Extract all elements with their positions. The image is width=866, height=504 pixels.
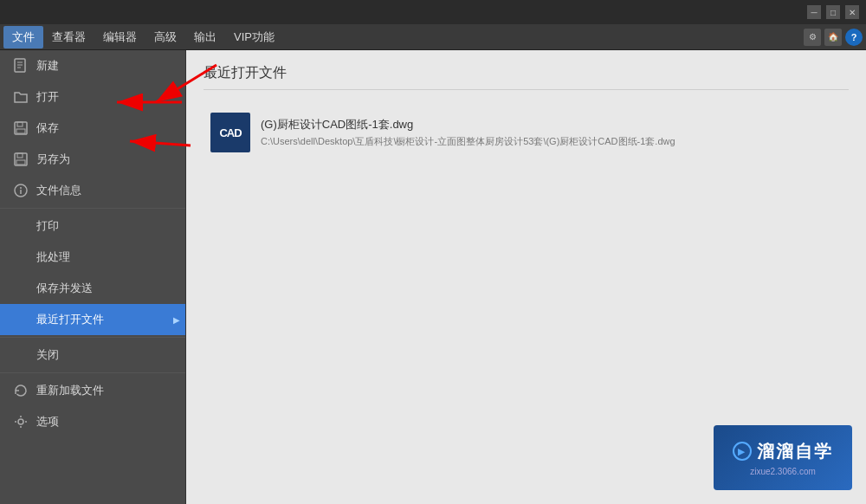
sidebar-item-fileinfo[interactable]: 文件信息 (0, 175, 185, 206)
sidebar-item-options[interactable]: 选项 (0, 406, 185, 437)
sidebar-item-save[interactable]: 保存 (0, 113, 185, 144)
svg-rect-6 (16, 129, 25, 133)
toolbar-icon-1[interactable]: ⚙ (804, 29, 821, 46)
close-doc-icon (12, 346, 29, 364)
divider-3 (0, 372, 185, 373)
file-name: (G)厨柜设计CAD图纸-1套.dwg (261, 117, 675, 132)
menu-item-output[interactable]: 输出 (185, 26, 225, 48)
divider-2 (0, 337, 185, 338)
file-info: (G)厨柜设计CAD图纸-1套.dwg C:\Users\dell\Deskto… (261, 117, 675, 148)
toolbar-icon-2[interactable]: 🏠 (824, 29, 842, 46)
menu-item-vip[interactable]: VIP功能 (225, 26, 283, 48)
sidebar-item-close[interactable]: 关闭 (0, 339, 185, 371)
close-button[interactable]: ✕ (845, 5, 859, 19)
menu-item-advanced[interactable]: 高级 (145, 26, 185, 48)
sidebar-item-print[interactable]: 打印 (0, 210, 185, 242)
title-bar: ─ □ ✕ (0, 0, 866, 24)
sidebar-batch-label: 批处理 (36, 249, 70, 265)
sidebar-saveas-label: 另存为 (36, 152, 70, 167)
sidebar-save-label: 保存 (36, 120, 59, 136)
options-icon (12, 413, 29, 430)
svg-point-12 (20, 187, 22, 189)
menu-item-file[interactable]: 文件 (3, 26, 43, 48)
sidebar-close-label: 关闭 (36, 347, 59, 363)
minimize-button[interactable]: ─ (807, 5, 821, 19)
sidebar-item-saveas[interactable]: 另存为 (0, 144, 185, 175)
print-icon (12, 217, 29, 235)
svg-rect-9 (16, 160, 25, 165)
file-path: C:\Users\dell\Desktop\互盾科技\橱柜设计-立面图整体厨房设… (261, 135, 675, 148)
sidebar-item-reload[interactable]: 重新加载文件 (0, 375, 185, 406)
divider-1 (0, 208, 185, 209)
saveas-icon (12, 151, 29, 168)
sidebar-item-open[interactable]: 打开 (0, 81, 185, 113)
sidebar-item-batch[interactable]: 批处理 (0, 242, 185, 273)
sidebar-item-saveand[interactable]: 保存并发送 (0, 273, 185, 304)
menu-item-viewer[interactable]: 查看器 (43, 26, 94, 48)
sidebar-saveand-label: 保存并发送 (36, 281, 93, 296)
sidebar-item-new[interactable]: 新建 (0, 50, 185, 81)
watermark-url: zixue2.3066.com (750, 467, 816, 476)
menu-bar: 文件 查看器 编辑器 高级 输出 VIP功能 ⚙ 🏠 ? (0, 24, 866, 50)
help-icon[interactable]: ? (845, 29, 863, 46)
sidebar-item-recent[interactable]: 最近打开文件 (0, 304, 185, 335)
batch-icon (12, 249, 29, 266)
sidebar-print-label: 打印 (36, 218, 59, 234)
watermark-title: ▶ 溜溜自学 (733, 440, 833, 463)
svg-point-13 (18, 419, 23, 424)
file-cad-icon: CAD (210, 113, 250, 152)
menu-item-editor[interactable]: 编辑器 (94, 26, 145, 48)
maximize-button[interactable]: □ (826, 5, 840, 19)
file-list-item[interactable]: CAD (G)厨柜设计CAD图纸-1套.dwg C:\Users\dell\De… (204, 104, 849, 161)
content-title: 最近打开文件 (204, 64, 849, 90)
sidebar-open-label: 打开 (36, 89, 59, 105)
sidebar-reload-label: 重新加载文件 (36, 383, 104, 398)
sidebar: 新建 打开 保存 (0, 50, 186, 504)
sidebar-recent-label: 最近打开文件 (36, 312, 104, 327)
save-icon (12, 120, 29, 137)
open-icon (12, 88, 29, 106)
saveand-icon (12, 280, 29, 297)
new-icon (12, 57, 29, 74)
watermark: ▶ 溜溜自学 zixue2.3066.com (714, 425, 852, 490)
watermark-play-icon: ▶ (733, 442, 752, 461)
recent-icon (12, 311, 29, 328)
sidebar-fileinfo-label: 文件信息 (36, 183, 81, 198)
reload-icon (12, 382, 29, 399)
sidebar-options-label: 选项 (36, 414, 59, 430)
fileinfo-icon (12, 182, 29, 199)
sidebar-new-label: 新建 (36, 58, 59, 74)
